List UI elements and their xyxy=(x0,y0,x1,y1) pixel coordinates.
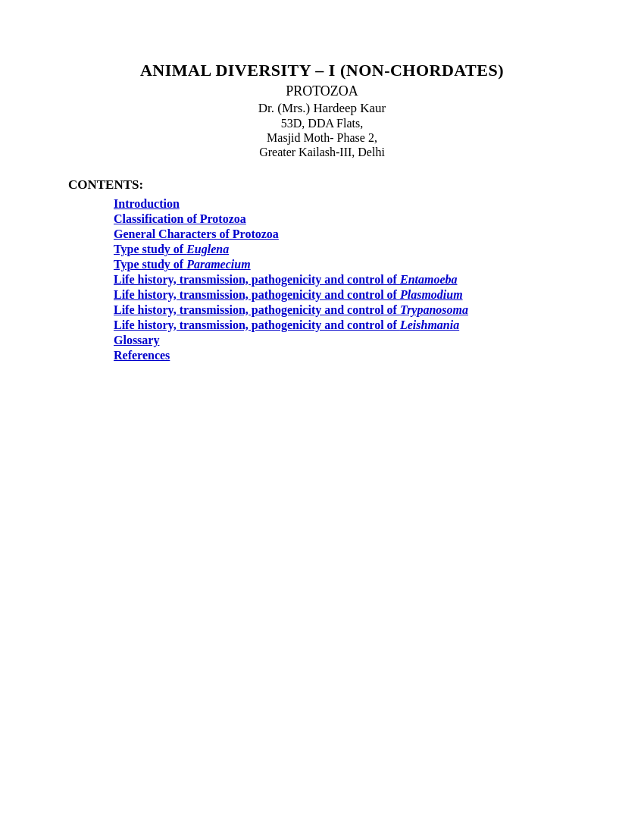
list-item-general-characters: General Characters of Protozoa xyxy=(114,227,576,241)
list-item-trypanosoma: Life history, transmission, pathogenicit… xyxy=(114,303,576,317)
title-section: ANIMAL DIVERSITY – I (NON-CHORDATES) PRO… xyxy=(68,61,576,159)
entamoeba-link[interactable]: Life history, transmission, pathogenicit… xyxy=(114,273,458,286)
leishmania-italic: Leishmania xyxy=(400,318,459,331)
references-link[interactable]: References xyxy=(114,349,170,362)
main-title: ANIMAL DIVERSITY – I (NON-CHORDATES) xyxy=(68,61,576,80)
trypanosoma-italic: Trypanosoma xyxy=(400,303,468,316)
trypanosoma-prefix: Life history, transmission, pathogenicit… xyxy=(114,303,400,316)
entamoeba-prefix: Life history, transmission, pathogenicit… xyxy=(114,273,400,286)
contents-label: CONTENTS: xyxy=(68,177,576,193)
paramecium-prefix: Type study of xyxy=(114,258,186,271)
list-item-introduction: Introduction xyxy=(114,197,576,211)
list-item-references: References xyxy=(114,349,576,362)
address-line-2: Masjid Moth- Phase 2, xyxy=(68,131,576,145)
list-item-glossary: Glossary xyxy=(114,334,576,347)
leishmania-prefix: Life history, transmission, pathogenicit… xyxy=(114,318,400,331)
paramecium-link[interactable]: Type study of Paramecium xyxy=(114,258,251,271)
page: ANIMAL DIVERSITY – I (NON-CHORDATES) PRO… xyxy=(0,0,644,834)
glossary-link[interactable]: Glossary xyxy=(114,334,159,346)
entamoeba-italic: Entamoeba xyxy=(400,273,458,286)
list-item-leishmania: Life history, transmission, pathogenicit… xyxy=(114,318,576,332)
subtitle: PROTOZOA xyxy=(68,83,576,99)
introduction-link[interactable]: Introduction xyxy=(114,197,180,210)
list-item-euglena: Type study of Euglena xyxy=(114,243,576,256)
classification-link[interactable]: Classification of Protozoa xyxy=(114,212,246,225)
address-line-3: Greater Kailash-III, Delhi xyxy=(68,146,576,159)
euglena-prefix: Type study of xyxy=(114,243,186,256)
euglena-link[interactable]: Type study of Euglena xyxy=(114,243,229,256)
plasmodium-italic: Plasmodium xyxy=(400,288,463,301)
author: Dr. (Mrs.) Hardeep Kaur xyxy=(68,101,576,116)
plasmodium-prefix: Life history, transmission, pathogenicit… xyxy=(114,288,400,301)
list-item-classification: Classification of Protozoa xyxy=(114,212,576,226)
address-line-1: 53D, DDA Flats, xyxy=(68,117,576,130)
contents-section: CONTENTS: Introduction Classification of… xyxy=(68,177,576,362)
leishmania-link[interactable]: Life history, transmission, pathogenicit… xyxy=(114,318,459,331)
plasmodium-link[interactable]: Life history, transmission, pathogenicit… xyxy=(114,288,463,301)
general-characters-link[interactable]: General Characters of Protozoa xyxy=(114,227,279,240)
trypanosoma-link[interactable]: Life history, transmission, pathogenicit… xyxy=(114,303,468,316)
list-item-paramecium: Type study of Paramecium xyxy=(114,258,576,271)
paramecium-italic: Paramecium xyxy=(186,258,250,271)
contents-list: Introduction Classification of Protozoa … xyxy=(114,197,576,362)
list-item-plasmodium: Life history, transmission, pathogenicit… xyxy=(114,288,576,302)
euglena-italic: Euglena xyxy=(186,243,229,256)
list-item-entamoeba: Life history, transmission, pathogenicit… xyxy=(114,273,576,287)
